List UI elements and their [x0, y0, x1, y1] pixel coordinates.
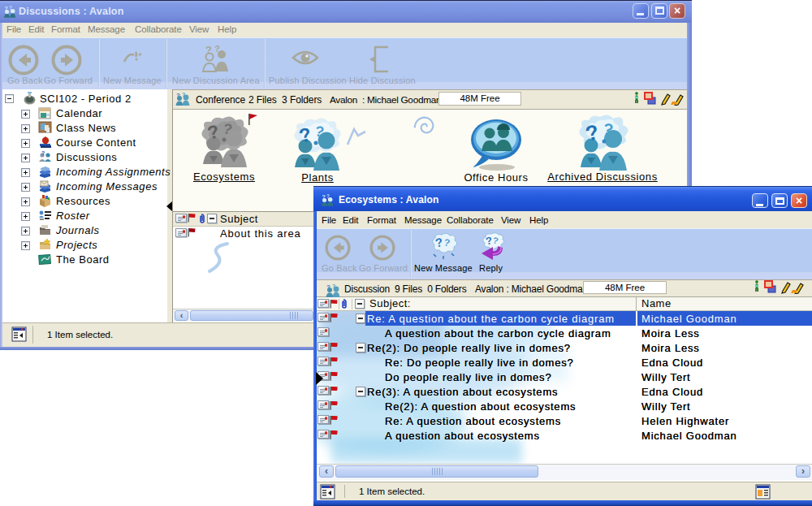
svg-text:?: ? [41, 150, 45, 156]
